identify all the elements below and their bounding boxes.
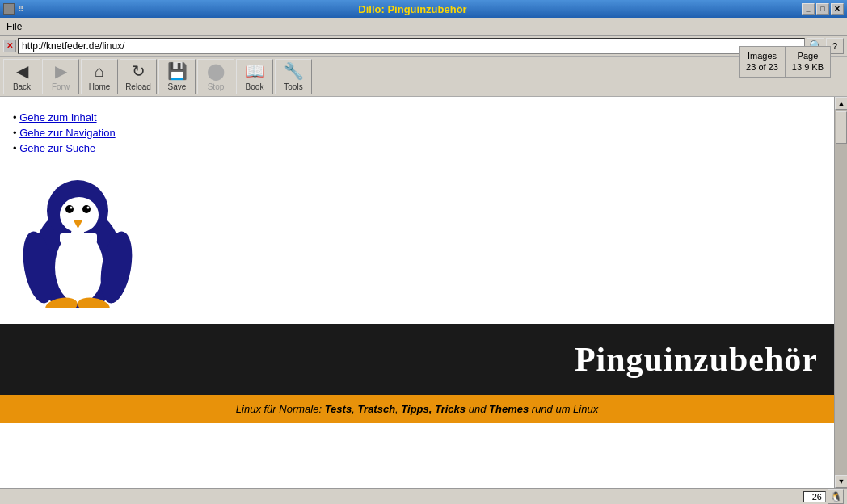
- book-icon: 📖: [245, 61, 265, 81]
- page-content: Gehe zum Inhalt Gehe zur Navigation Gehe…: [0, 97, 834, 324]
- page-status: Page 13.9 KB: [786, 47, 830, 77]
- svg-rect-16: [71, 230, 84, 246]
- content-spacer: [0, 423, 834, 488]
- close-button[interactable]: ✕: [831, 3, 844, 15]
- scroll-thumb[interactable]: [836, 111, 847, 144]
- stop-label: Stop: [208, 82, 225, 91]
- tools-label: Tools: [284, 82, 302, 91]
- images-status: Images 23 of 23: [740, 47, 786, 77]
- stop-icon: ⬤: [207, 61, 225, 81]
- content-area[interactable]: Gehe zum Inhalt Gehe zur Navigation Gehe…: [0, 97, 834, 488]
- nav-link-suche[interactable]: Gehe zur Suche: [19, 142, 95, 154]
- images-value: 23 of 23: [746, 61, 778, 73]
- status-bar-right: 26 🐧: [803, 489, 844, 504]
- svg-point-3: [60, 197, 99, 233]
- book-button[interactable]: 📖 Book: [236, 59, 273, 94]
- tagline-und: und: [469, 403, 487, 415]
- reload-icon: ↻: [132, 61, 145, 81]
- penguin-image-section: [13, 162, 134, 308]
- status-penguin-icon: 🐧: [830, 491, 842, 502]
- forward-button[interactable]: ▶ Forw: [42, 59, 79, 94]
- title-bar-controls: _ □ ✕: [802, 3, 844, 15]
- window-title: Dillo: Pinguinzubehör: [23, 3, 802, 15]
- scroll-down-button[interactable]: ▼: [835, 475, 847, 488]
- url-input[interactable]: [18, 38, 805, 54]
- save-button[interactable]: 💾 Save: [158, 59, 196, 94]
- penguin-svg: [13, 162, 134, 308]
- tagline-link-themes[interactable]: Themes: [489, 403, 529, 415]
- nav-link-item-3: Gehe zur Suche: [13, 142, 821, 154]
- site-title: Pinguinzubehör: [575, 341, 818, 378]
- svg-point-6: [70, 207, 73, 209]
- url-bar: ✕ 🔍 ?: [0, 36, 847, 57]
- reload-label: Reload: [125, 82, 151, 91]
- save-label: Save: [168, 82, 187, 91]
- tagline-suffix: rund um Linux: [532, 403, 598, 415]
- nav-link-navigation[interactable]: Gehe zur Navigation: [19, 127, 116, 139]
- tagline-link-tratsch[interactable]: Tratsch: [357, 403, 395, 415]
- images-label: Images: [746, 50, 778, 61]
- nav-links: Gehe zum Inhalt Gehe zur Navigation Gehe…: [13, 111, 821, 154]
- reload-button[interactable]: ↻ Reload: [120, 59, 157, 94]
- window-icon: [3, 3, 15, 15]
- home-button[interactable]: ⌂ Home: [81, 59, 118, 94]
- minimize-button[interactable]: _: [802, 3, 815, 15]
- stop-button[interactable]: ⬤ Stop: [197, 59, 234, 94]
- svg-point-8: [82, 205, 91, 213]
- site-title-banner: Pinguinzubehör: [0, 324, 834, 395]
- content-wrapper: Gehe zum Inhalt Gehe zur Navigation Gehe…: [0, 97, 847, 488]
- page-number: 26: [803, 491, 826, 502]
- title-bar: ⠿ Dillo: Pinguinzubehör _ □ ✕: [0, 0, 847, 18]
- url-close-button[interactable]: ✕: [3, 40, 16, 52]
- back-label: Back: [13, 82, 31, 91]
- nav-link-item-2: Gehe zur Navigation: [13, 127, 821, 139]
- home-label: Home: [89, 82, 111, 91]
- status-bar: 26 🐧: [0, 488, 847, 504]
- page-label: Page: [792, 50, 824, 61]
- svg-point-5: [65, 205, 74, 213]
- forward-label: Forw: [52, 82, 70, 91]
- tagline-bar: Linux für Normale: Tests, Tratsch, Tipps…: [0, 395, 834, 423]
- scroll-track[interactable]: [835, 110, 847, 475]
- nav-link-inhalt[interactable]: Gehe zum Inhalt: [19, 111, 96, 124]
- wm-grip: ⠿: [18, 5, 23, 14]
- toolbar: ◀ Back ▶ Forw ⌂ Home ↻ Reload 💾 Save ⬤ S…: [0, 57, 847, 97]
- save-icon: 💾: [167, 61, 188, 81]
- tools-icon: 🔧: [284, 61, 304, 81]
- forward-icon: ▶: [55, 61, 67, 81]
- scrollbar[interactable]: ▲ ▼: [834, 97, 847, 488]
- menu-bar: File: [0, 18, 847, 36]
- svg-point-9: [87, 207, 90, 209]
- tagline-prefix: Linux für Normale:: [236, 403, 322, 415]
- menu-file[interactable]: File: [2, 19, 27, 34]
- back-button[interactable]: ◀ Back: [3, 59, 40, 94]
- scroll-up-button[interactable]: ▲: [835, 97, 847, 110]
- nav-link-item-1: Gehe zum Inhalt: [13, 111, 821, 124]
- title-bar-left: ⠿: [3, 3, 23, 15]
- maximize-button[interactable]: □: [816, 3, 829, 15]
- status-icon-box[interactable]: 🐧: [828, 489, 844, 504]
- page-value: 13.9 KB: [792, 61, 824, 73]
- book-label: Book: [246, 82, 264, 91]
- status-area: Images 23 of 23 Page 13.9 KB: [739, 46, 831, 78]
- tagline-link-tests[interactable]: Tests: [325, 403, 352, 415]
- tagline-link-tipps[interactable]: Tipps, Tricks: [401, 403, 466, 415]
- home-icon: ⌂: [95, 62, 104, 81]
- back-icon: ◀: [16, 61, 28, 81]
- tools-button[interactable]: 🔧 Tools: [275, 59, 312, 94]
